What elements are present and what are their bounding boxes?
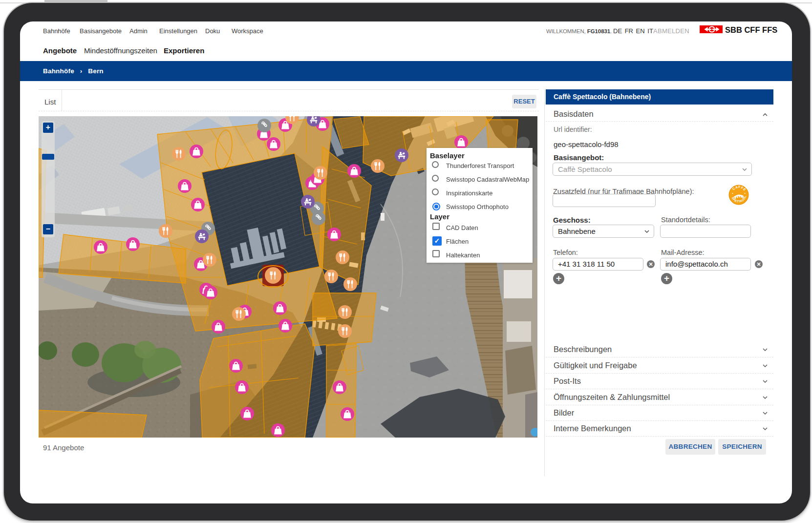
svg-text:SBB CFF FFS: SBB CFF FFS	[725, 25, 777, 34]
